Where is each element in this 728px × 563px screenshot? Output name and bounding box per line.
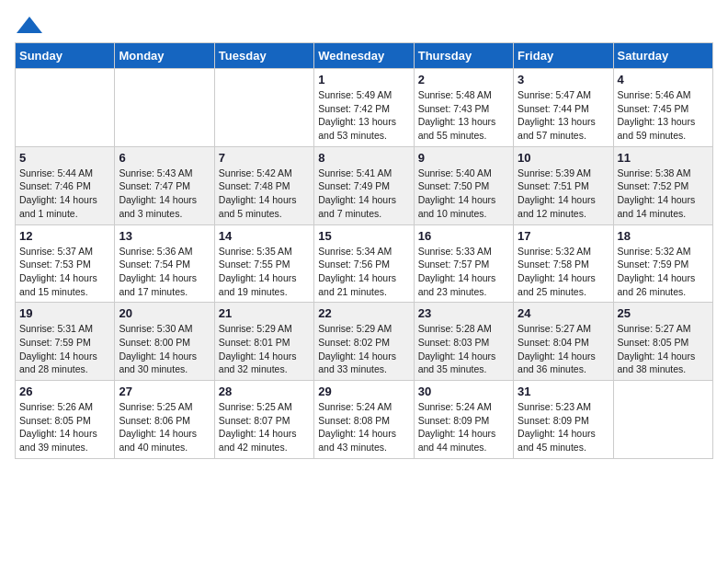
day-info: Sunrise: 5:35 AMSunset: 7:55 PMDaylight:… — [219, 245, 310, 299]
calendar-cell: 13Sunrise: 5:36 AMSunset: 7:54 PMDayligh… — [115, 224, 214, 303]
calendar-cell: 4Sunrise: 5:46 AMSunset: 7:45 PMDaylight… — [613, 69, 712, 147]
day-info: Sunrise: 5:37 AMSunset: 7:53 PMDaylight:… — [19, 245, 110, 299]
calendar-cell: 30Sunrise: 5:24 AMSunset: 8:09 PMDayligh… — [414, 381, 513, 459]
day-number: 17 — [518, 229, 609, 243]
day-number: 3 — [518, 73, 609, 86]
calendar-cell: 6Sunrise: 5:43 AMSunset: 7:47 PMDaylight… — [115, 146, 214, 224]
day-info: Sunrise: 5:44 AMSunset: 7:46 PMDaylight:… — [19, 167, 110, 221]
day-info: Sunrise: 5:23 AMSunset: 8:09 PMDaylight:… — [518, 400, 609, 454]
day-info: Sunrise: 5:25 AMSunset: 8:07 PMDaylight:… — [219, 400, 310, 454]
day-info: Sunrise: 5:46 AMSunset: 7:45 PMDaylight:… — [618, 88, 709, 143]
calendar-cell: 14Sunrise: 5:35 AMSunset: 7:55 PMDayligh… — [214, 224, 313, 303]
day-number: 23 — [418, 306, 509, 320]
calendar-cell: 16Sunrise: 5:33 AMSunset: 7:57 PMDayligh… — [414, 224, 513, 303]
calendar-cell: 29Sunrise: 5:24 AMSunset: 8:08 PMDayligh… — [314, 381, 414, 459]
day-number: 30 — [418, 385, 509, 398]
header-saturday: Saturday — [613, 43, 712, 69]
day-number: 8 — [318, 151, 409, 165]
calendar-cell: 12Sunrise: 5:37 AMSunset: 7:53 PMDayligh… — [16, 224, 115, 303]
day-info: Sunrise: 5:42 AMSunset: 7:48 PMDaylight:… — [219, 167, 310, 221]
day-number: 26 — [19, 385, 110, 398]
day-info: Sunrise: 5:36 AMSunset: 7:54 PMDaylight:… — [119, 245, 210, 299]
day-number: 10 — [518, 151, 609, 165]
day-number: 15 — [318, 229, 409, 243]
day-number: 2 — [418, 73, 509, 86]
calendar-cell: 10Sunrise: 5:39 AMSunset: 7:51 PMDayligh… — [514, 146, 613, 224]
day-number: 16 — [418, 229, 509, 243]
header-friday: Friday — [514, 43, 613, 69]
calendar-cell: 22Sunrise: 5:29 AMSunset: 8:02 PMDayligh… — [314, 303, 414, 381]
day-number: 19 — [19, 306, 110, 320]
day-number: 7 — [219, 151, 310, 165]
calendar-cell: 18Sunrise: 5:32 AMSunset: 7:59 PMDayligh… — [613, 224, 712, 303]
day-info: Sunrise: 5:41 AMSunset: 7:49 PMDaylight:… — [318, 167, 409, 221]
day-info: Sunrise: 5:29 AMSunset: 8:01 PMDaylight:… — [219, 322, 310, 376]
calendar-table: SundayMondayTuesdayWednesdayThursdayFrid… — [15, 42, 713, 459]
calendar-cell: 15Sunrise: 5:34 AMSunset: 7:56 PMDayligh… — [314, 224, 414, 303]
calendar-cell — [613, 381, 712, 459]
calendar-cell: 23Sunrise: 5:28 AMSunset: 8:03 PMDayligh… — [414, 303, 513, 381]
day-number: 31 — [518, 385, 609, 398]
day-number: 22 — [318, 306, 409, 320]
calendar-cell: 19Sunrise: 5:31 AMSunset: 7:59 PMDayligh… — [16, 303, 115, 381]
calendar-cell: 28Sunrise: 5:25 AMSunset: 8:07 PMDayligh… — [214, 381, 313, 459]
day-number: 5 — [19, 151, 110, 165]
calendar-cell: 9Sunrise: 5:40 AMSunset: 7:50 PMDaylight… — [414, 146, 513, 224]
calendar-cell: 11Sunrise: 5:38 AMSunset: 7:52 PMDayligh… — [613, 146, 712, 224]
calendar-cell: 7Sunrise: 5:42 AMSunset: 7:48 PMDaylight… — [214, 146, 313, 224]
calendar-cell: 17Sunrise: 5:32 AMSunset: 7:58 PMDayligh… — [514, 224, 613, 303]
header-tuesday: Tuesday — [214, 43, 313, 69]
week-row: 1Sunrise: 5:49 AMSunset: 7:42 PMDaylight… — [16, 69, 713, 147]
day-number: 25 — [618, 306, 709, 320]
week-row: 12Sunrise: 5:37 AMSunset: 7:53 PMDayligh… — [16, 224, 713, 303]
calendar-cell: 8Sunrise: 5:41 AMSunset: 7:49 PMDaylight… — [314, 146, 414, 224]
week-row: 19Sunrise: 5:31 AMSunset: 7:59 PMDayligh… — [16, 303, 713, 381]
day-number: 6 — [119, 151, 210, 165]
day-info: Sunrise: 5:24 AMSunset: 8:09 PMDaylight:… — [418, 400, 509, 454]
calendar-cell: 3Sunrise: 5:47 AMSunset: 7:44 PMDaylight… — [514, 69, 613, 147]
calendar-cell: 25Sunrise: 5:27 AMSunset: 8:05 PMDayligh… — [613, 303, 712, 381]
day-info: Sunrise: 5:47 AMSunset: 7:44 PMDaylight:… — [518, 88, 609, 143]
day-number: 4 — [618, 73, 709, 86]
day-info: Sunrise: 5:49 AMSunset: 7:42 PMDaylight:… — [318, 88, 409, 143]
page-header — [15, 15, 713, 37]
day-info: Sunrise: 5:39 AMSunset: 7:51 PMDaylight:… — [518, 167, 609, 221]
day-number: 12 — [19, 229, 110, 243]
day-info: Sunrise: 5:27 AMSunset: 8:04 PMDaylight:… — [518, 322, 609, 376]
calendar-cell: 31Sunrise: 5:23 AMSunset: 8:09 PMDayligh… — [514, 381, 613, 459]
calendar-cell: 2Sunrise: 5:48 AMSunset: 7:43 PMDaylight… — [414, 69, 513, 147]
day-number: 27 — [119, 385, 210, 398]
header-wednesday: Wednesday — [314, 43, 414, 69]
header-thursday: Thursday — [414, 43, 513, 69]
calendar-cell: 20Sunrise: 5:30 AMSunset: 8:00 PMDayligh… — [115, 303, 214, 381]
day-number: 18 — [618, 229, 709, 243]
day-info: Sunrise: 5:32 AMSunset: 7:58 PMDaylight:… — [518, 245, 609, 299]
day-number: 29 — [318, 385, 409, 398]
day-info: Sunrise: 5:32 AMSunset: 7:59 PMDaylight:… — [618, 245, 709, 299]
day-info: Sunrise: 5:31 AMSunset: 7:59 PMDaylight:… — [19, 322, 110, 376]
day-number: 1 — [318, 73, 409, 86]
calendar-cell: 1Sunrise: 5:49 AMSunset: 7:42 PMDaylight… — [314, 69, 414, 147]
day-number: 28 — [219, 385, 310, 398]
calendar-cell: 5Sunrise: 5:44 AMSunset: 7:46 PMDaylight… — [16, 146, 115, 224]
header-monday: Monday — [115, 43, 214, 69]
day-info: Sunrise: 5:29 AMSunset: 8:02 PMDaylight:… — [318, 322, 409, 376]
logo-icon — [15, 15, 44, 37]
calendar-cell: 26Sunrise: 5:26 AMSunset: 8:05 PMDayligh… — [16, 381, 115, 459]
day-info: Sunrise: 5:43 AMSunset: 7:47 PMDaylight:… — [119, 167, 210, 221]
day-number: 14 — [219, 229, 310, 243]
logo — [15, 15, 48, 37]
calendar-cell: 27Sunrise: 5:25 AMSunset: 8:06 PMDayligh… — [115, 381, 214, 459]
day-info: Sunrise: 5:26 AMSunset: 8:05 PMDaylight:… — [19, 400, 110, 454]
day-info: Sunrise: 5:34 AMSunset: 7:56 PMDaylight:… — [318, 245, 409, 299]
day-info: Sunrise: 5:30 AMSunset: 8:00 PMDaylight:… — [119, 322, 210, 376]
day-info: Sunrise: 5:27 AMSunset: 8:05 PMDaylight:… — [618, 322, 709, 376]
day-number: 21 — [219, 306, 310, 320]
day-info: Sunrise: 5:38 AMSunset: 7:52 PMDaylight:… — [618, 167, 709, 221]
calendar-cell: 24Sunrise: 5:27 AMSunset: 8:04 PMDayligh… — [514, 303, 613, 381]
calendar-cell: 21Sunrise: 5:29 AMSunset: 8:01 PMDayligh… — [214, 303, 313, 381]
calendar-cell — [16, 69, 115, 147]
day-info: Sunrise: 5:33 AMSunset: 7:57 PMDaylight:… — [418, 245, 509, 299]
header-sunday: Sunday — [16, 43, 115, 69]
svg-marker-0 — [17, 17, 42, 33]
